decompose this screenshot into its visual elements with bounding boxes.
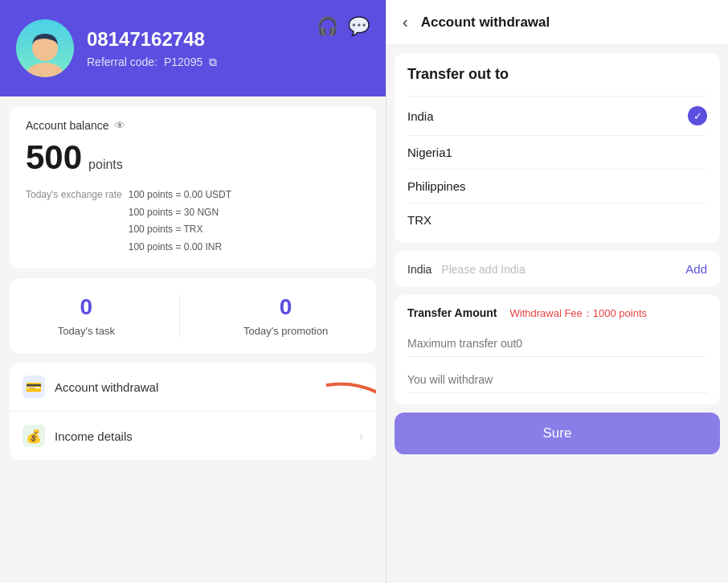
menu-item-label-withdrawal: Account withdrawal	[55, 380, 350, 394]
chevron-right-icon-withdrawal: ›	[359, 380, 363, 393]
balance-card: Account balance 👁 500 points Today's exc…	[10, 106, 376, 269]
chevron-right-icon-income: ›	[359, 429, 363, 442]
eye-icon[interactable]: 👁	[114, 119, 125, 132]
rate-4: 100 points = 0.00 INR	[129, 239, 231, 257]
transfer-heading: Transfer out to	[407, 66, 707, 83]
profile-info: 08147162748 Referral code: P12095 ⧉	[87, 28, 217, 69]
country-name-india: India	[407, 109, 434, 123]
country-option-india[interactable]: India ✓	[407, 96, 707, 135]
today-promo-value: 0	[280, 294, 292, 320]
menu-item-income-details[interactable]: 💰 Income details ›	[10, 412, 376, 460]
exchange-section: Today's exchange rate 100 points = 0.00 …	[26, 187, 360, 256]
transfer-amount-header: Transfer Amount Withdrawal Fee：1000 poin…	[407, 306, 707, 321]
check-icon-india: ✓	[688, 106, 707, 125]
menu-item-account-withdrawal[interactable]: 💳 Account withdrawal ›	[10, 363, 376, 412]
back-button[interactable]: ‹	[403, 13, 408, 31]
rate-2: 100 points = 30 NGN	[129, 204, 231, 222]
balance-title-text: Account balance	[26, 119, 109, 132]
india-add-section: India Please add India Add	[395, 251, 720, 287]
transfer-amount-section: Transfer Amount Withdrawal Fee：1000 poin…	[395, 295, 720, 404]
country-option-philippines[interactable]: Philippines	[407, 169, 707, 203]
copy-icon[interactable]: ⧉	[209, 55, 217, 69]
menu-item-label-income: Income details	[55, 429, 350, 443]
balance-unit: points	[88, 158, 123, 172]
profile-phone: 08147162748	[87, 28, 217, 51]
country-name-trx: TRX	[407, 213, 431, 227]
balance-amount-row: 500 points	[26, 138, 360, 177]
right-panel: ‹ Account withdrawal Transfer out to Ind…	[386, 0, 728, 583]
withdrawal-fee: Withdrawal Fee：1000 points	[510, 306, 648, 321]
avatar	[16, 19, 74, 77]
left-panel: 08147162748 Referral code: P12095 ⧉ 🎧 💬 …	[0, 0, 386, 583]
exchange-rates: 100 points = 0.00 USDT 100 points = 30 N…	[129, 187, 231, 256]
header-icons: 🎧 💬	[317, 16, 370, 37]
profile-header: 08147162748 Referral code: P12095 ⧉ 🎧 💬	[0, 0, 386, 96]
today-promo-label: Today's promotion	[243, 325, 328, 337]
balance-number: 500	[26, 138, 82, 177]
referral-code: P12095	[164, 55, 202, 68]
country-option-nigeria[interactable]: Nigeria1	[407, 135, 707, 169]
india-placeholder: Please add India	[441, 263, 676, 276]
india-label: India	[407, 263, 431, 276]
today-promo-stat: 0 Today's promotion	[243, 294, 328, 337]
rate-3: 100 points = TRX	[129, 221, 231, 239]
exchange-label: Today's exchange rate	[26, 187, 122, 204]
country-name-nigeria: Nigeria1	[407, 146, 452, 159]
income-details-icon: 💰	[22, 425, 45, 447]
sure-button[interactable]: Sure	[395, 413, 720, 454]
max-transfer-input[interactable]	[407, 331, 707, 357]
add-button[interactable]: Add	[685, 262, 707, 276]
profile-referral: Referral code: P12095 ⧉	[87, 55, 217, 69]
transfer-amount-title: Transfer Amount	[407, 306, 497, 319]
right-title: Account withdrawal	[421, 14, 550, 31]
balance-title-row: Account balance 👁	[26, 119, 360, 132]
today-task-stat: 0 Today's task	[58, 294, 115, 337]
today-task-label: Today's task	[58, 325, 115, 337]
today-task-value: 0	[80, 294, 93, 320]
right-header: ‹ Account withdrawal	[386, 0, 728, 45]
will-withdraw-input[interactable]	[407, 367, 707, 393]
stat-divider	[179, 294, 180, 337]
referral-label: Referral code:	[87, 55, 157, 68]
message-icon[interactable]: 💬	[348, 16, 370, 37]
account-withdrawal-icon: 💳	[22, 376, 45, 398]
country-name-philippines: Philippines	[407, 179, 466, 193]
headset-icon[interactable]: 🎧	[317, 16, 338, 37]
transfer-out-section: Transfer out to India ✓ Nigeria1 Philipp…	[395, 53, 720, 243]
rate-1: 100 points = 0.00 USDT	[129, 187, 231, 204]
menu-list: 💳 Account withdrawal › 💰 Income details …	[10, 363, 376, 460]
country-option-trx[interactable]: TRX	[407, 203, 707, 236]
stats-card: 0 Today's task 0 Today's promotion	[10, 278, 376, 353]
